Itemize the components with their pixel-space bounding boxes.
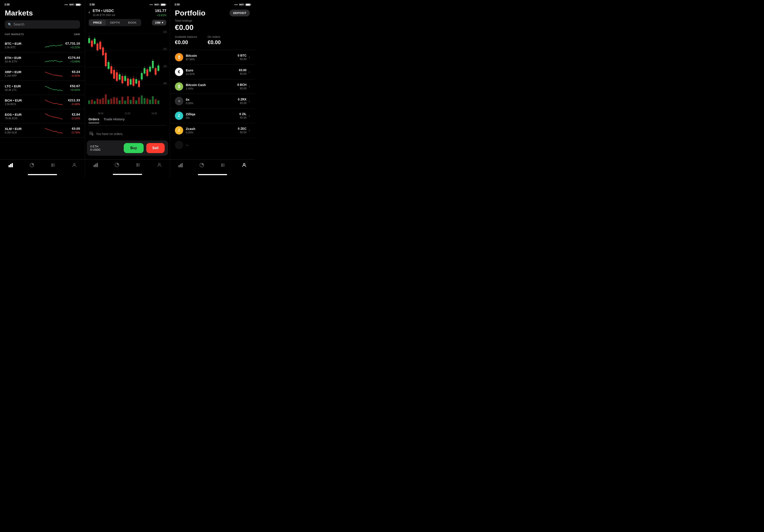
market-change-eos: -3.10%	[63, 117, 80, 120]
time-selector[interactable]: 15M ▾	[152, 20, 166, 26]
portfolio-section: Total holdings €0.00 Available balance €…	[170, 19, 255, 50]
markets-title: Markets	[0, 7, 85, 20]
section-hr-label: 24HR	[74, 33, 80, 36]
nav-pie-icon[interactable]	[29, 162, 35, 168]
nav-profile-icon[interactable]	[72, 162, 77, 168]
market-pair-ltc: LTC • EUR	[5, 84, 45, 88]
asset-item-bitcoin[interactable]: ₿ Bitcoin 87.58% 0 BTC €0.00 ›	[170, 50, 255, 65]
svg-rect-70	[157, 66, 159, 71]
euro-icon: €	[175, 68, 183, 76]
selected-time: 15M	[155, 21, 160, 24]
nav-orders-icon[interactable]	[50, 162, 56, 168]
market-item-eos-eur[interactable]: EOS • EUR 76.9k EOS €2.84 -3.10%	[0, 109, 85, 123]
chevron-right-icon-zil: ›	[249, 114, 250, 118]
market-change-btc: +3.22%	[63, 46, 80, 49]
market-vol-eos: 76.9k EOS	[5, 117, 45, 120]
nav-markets-icon[interactable]	[8, 162, 14, 168]
svg-rect-2	[12, 163, 13, 167]
svg-rect-40	[116, 72, 117, 81]
search-icon: 🔍	[8, 23, 12, 26]
chart-panel: 3:58 ▪▪▪▪ WiFi ‹ ETH • USDC 10.4k ETH 24…	[85, 0, 170, 177]
nav-pie-icon-portfolio[interactable]	[199, 162, 205, 168]
market-item-eth-eur[interactable]: ETH • EUR 34.4k ETH €174.44 +3.69%	[0, 53, 85, 66]
tab-depth[interactable]: DEPTH	[106, 20, 124, 26]
bch-icon: ₿	[175, 82, 183, 91]
zil-icon: Z	[175, 112, 183, 120]
tab-price[interactable]: PRICE	[89, 20, 106, 26]
buy-button[interactable]: Buy	[124, 143, 143, 153]
bitcoin-name: Bitcoin	[186, 54, 238, 58]
deposit-button[interactable]: DEPOSIT	[230, 10, 250, 16]
eth-balance: 0 ETH	[90, 145, 121, 148]
asset-item-partial[interactable]: ···	[170, 138, 255, 152]
svg-rect-114	[180, 164, 181, 167]
chevron-right-icon-eur: ›	[249, 70, 250, 74]
x-label-1: 08:00	[98, 112, 103, 115]
market-item-btc-eur[interactable]: BTC • EUR 2.0k BTC €7,731.10 +3.22%	[0, 38, 85, 53]
markets-panel: 3:58 ▪▪▪▪ WiFi Markets 🔍 Search FIAT MAR…	[0, 0, 85, 177]
svg-point-9	[51, 166, 53, 167]
svg-rect-94	[152, 96, 154, 104]
trade-bar: 0 ETH 0 USDC Buy Sell	[87, 140, 168, 156]
svg-point-109	[136, 163, 137, 165]
svg-rect-73	[94, 101, 96, 104]
svg-point-111	[136, 166, 137, 167]
tab-book[interactable]: BOOK	[124, 20, 140, 26]
svg-rect-58	[141, 73, 142, 79]
asset-item-zec[interactable]: Z Zcash 0.00% 0 ZEC €0.00 ›	[170, 123, 255, 138]
nav-orders-icon-portfolio[interactable]	[220, 162, 226, 168]
asset-item-zrx[interactable]: ✕ 0x 0.00% 0 ZRX €0.00 ›	[170, 94, 255, 108]
time-chart: 3:58	[90, 3, 95, 6]
search-bar[interactable]: 🔍 Search	[5, 20, 80, 29]
nav-orders-icon-chart[interactable]	[135, 162, 141, 168]
market-item-bch-eur[interactable]: BCH • EUR 2.5k BCH €211.33 -0.48%	[0, 95, 85, 109]
euro-eur: €0.00	[239, 72, 247, 75]
orders-tab-history[interactable]: Trade History	[103, 117, 124, 123]
x-label-3: 14:00	[151, 112, 157, 115]
svg-rect-32	[105, 53, 107, 66]
battery-icon-chart	[161, 4, 165, 6]
available-amount: €0.00	[175, 39, 197, 46]
back-button[interactable]: ‹	[89, 9, 90, 15]
sparkline-xrp	[45, 70, 63, 77]
orders-tabs: Orders Trade History	[89, 117, 166, 126]
asset-item-euro[interactable]: € Euro 11.02% €0.00 €0.00 ›	[170, 65, 255, 79]
zrx-name: 0x	[186, 98, 238, 101]
search-placeholder: Search	[13, 23, 25, 26]
nav-profile-icon-chart[interactable]	[156, 162, 162, 168]
svg-rect-1	[10, 164, 11, 167]
no-orders-message: You have no orders.	[89, 129, 166, 140]
svg-rect-102	[94, 165, 95, 167]
market-item-ltc-eur[interactable]: LTC • EUR 30.4k LTC €52.67 +0.02%	[0, 81, 85, 95]
svg-point-100	[92, 134, 93, 135]
market-item-xrp-eur[interactable]: XRP • EUR 5.1M XRP €0.24 -4.52%	[0, 66, 85, 81]
chevron-right-icon: ›	[249, 55, 250, 59]
svg-rect-42	[119, 74, 120, 80]
svg-point-122	[221, 166, 222, 167]
market-pair-eth: ETH • EUR	[5, 56, 45, 60]
svg-rect-72	[91, 100, 93, 104]
orders-tab-orders[interactable]: Orders	[89, 117, 99, 123]
svg-text:188: 188	[163, 82, 167, 84]
section-label: FIAT MARKETS	[5, 33, 24, 36]
svg-point-121	[221, 165, 222, 166]
asset-item-bch[interactable]: ₿ Bitcoin Cash 1.40% 0 BCH €0.00 ›	[170, 79, 255, 94]
asset-item-zil[interactable]: Z Zilliqa 0% 0 ZIL €0.00 ›	[170, 108, 255, 123]
market-price-eth: €174.44	[63, 56, 80, 60]
bch-pct: 1.40%	[186, 87, 237, 90]
svg-point-10	[74, 163, 75, 165]
bottom-nav-markets	[0, 159, 85, 172]
status-bar-portfolio: 3:59 ▪▪▪▪ WiFi	[170, 0, 255, 7]
market-price-xrp: €0.24	[63, 70, 80, 73]
svg-rect-95	[155, 99, 156, 104]
market-item-xlm-eur[interactable]: XLM • EUR 6.3M XLM €0.05 -3.78%	[0, 123, 85, 138]
sell-button[interactable]: Sell	[146, 143, 165, 153]
market-pair-xlm: XLM • EUR	[5, 127, 45, 131]
chart-x-labels: 08:00 11:00 14:00	[85, 111, 170, 115]
nav-pie-icon-chart[interactable]	[114, 162, 120, 168]
nav-profile-active-icon-portfolio[interactable]	[241, 162, 247, 168]
nav-markets-icon-chart[interactable]	[93, 162, 98, 168]
nav-markets-icon-portfolio[interactable]	[178, 162, 183, 168]
sparkline-bch	[45, 98, 63, 106]
svg-rect-48	[127, 78, 129, 86]
